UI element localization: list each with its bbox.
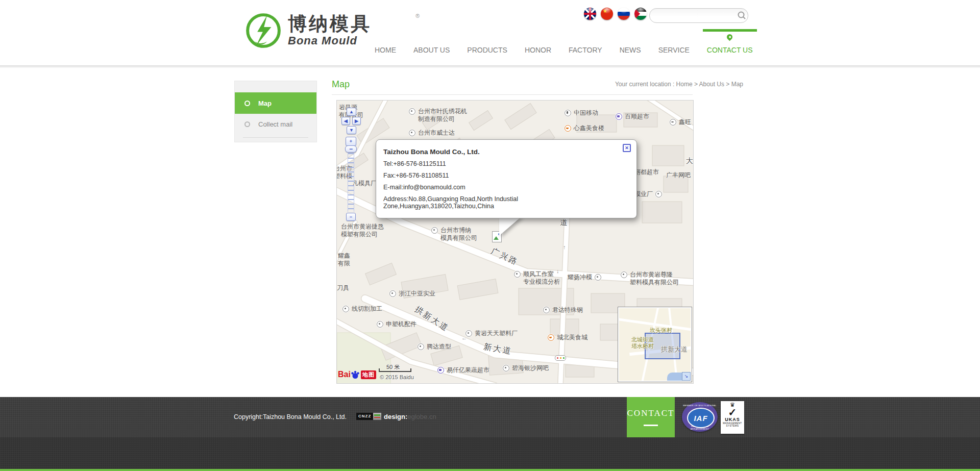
sidebar-item-collect-mail[interactable]: Collect mail <box>235 114 316 134</box>
search-button[interactable] <box>737 11 746 21</box>
breadcrumb-link[interactable]: About Us <box>699 81 724 88</box>
poi-label: 耀鑫有限 <box>338 252 350 267</box>
road-direction-arrow: ↓ <box>556 268 559 274</box>
road-label: 拱新大道 <box>412 304 451 334</box>
food-poi-icon <box>548 334 554 341</box>
pan-left-button[interactable]: ◀ <box>341 117 350 125</box>
nav-item-about-us[interactable]: ABOUT US <box>413 31 450 54</box>
map-poi: 线切割加工 <box>342 305 382 313</box>
cnzz-counter-badge[interactable]: CNZZ <box>356 413 381 420</box>
iaf-inner-oval: IAF <box>687 408 715 428</box>
poi-label: 申塑机配件 <box>386 320 416 328</box>
poi-label: 线切割加工 <box>352 305 382 313</box>
ukas-logo[interactable]: ♛ ✓ UKAS MANAGEMENT SYSTEMS <box>721 401 744 434</box>
poi-label: 凡模具厂 <box>352 180 377 187</box>
breadcrumb-separator: > <box>693 81 699 88</box>
map-poi: 鑫旺 <box>670 118 691 126</box>
cnzz-bars-icon <box>373 413 381 420</box>
pan-down-button[interactable]: ▼ <box>347 126 356 134</box>
nav-item-home[interactable]: HOME <box>375 31 396 54</box>
pan-up-button[interactable]: ▲ <box>347 108 356 116</box>
baidu-paw-icon <box>351 370 360 379</box>
minimap-overview[interactable]: 坎头张村北城街道塔水桥村拱新大道 <box>618 307 692 382</box>
zoom-slider-track[interactable] <box>348 153 354 212</box>
nav-item-honor[interactable]: HONOR <box>525 31 551 54</box>
close-icon[interactable]: ✕ <box>623 144 631 152</box>
ukas-line3: SYSTEMS <box>726 425 739 427</box>
info-window: Taizhou Bona Mould Co., Ltd. Tel:+86-576… <box>376 139 637 218</box>
map-poi: 台州市威士达 <box>409 129 455 137</box>
map-poi: 中国移动 <box>565 109 598 117</box>
bullet-icon <box>244 101 250 106</box>
road-label: 道 <box>560 218 569 228</box>
dot-poi-icon <box>342 306 349 312</box>
map-poi: 耀扬冲模 <box>568 274 601 281</box>
search-box <box>649 8 748 23</box>
search-input[interactable] <box>656 12 737 20</box>
chinese-flag-icon[interactable] <box>601 8 613 20</box>
poi-label: 鑫旺 <box>679 118 691 126</box>
iaf-label: IAF <box>694 414 707 423</box>
map-viewport[interactable]: 岩昌源有限公司台州市叶氏绣花机制造有限公司台州市威士达台州市塑料模凡模具厂台州市… <box>336 100 694 384</box>
footer-contact-button[interactable]: CONTACT <box>627 397 675 437</box>
english-flag-icon[interactable] <box>584 8 596 20</box>
zoom-in-button[interactable]: + <box>346 137 356 146</box>
dot-poi-icon <box>514 271 521 278</box>
iaf-logo[interactable]: MEMBER OF MULTILATERAL RECOGNITION ARRAN… <box>682 402 718 432</box>
sidebar-items: MapCollect mail <box>235 92 316 134</box>
poi-label: 腾达造型 <box>427 343 451 351</box>
nav-item-news[interactable]: NEWS <box>620 31 641 54</box>
nav-item-factory[interactable]: FACTORY <box>569 31 602 54</box>
design-link[interactable]: eglobe.cn <box>407 413 436 420</box>
logo-text: 博纳模具 Bona Mould ® <box>288 14 372 47</box>
zoom-out-button[interactable]: − <box>346 213 356 221</box>
nav-item-contact-us[interactable]: CONTACT US <box>707 31 753 54</box>
breadcrumb-link[interactable]: Home <box>676 81 693 88</box>
map-poi: 浙江中亚实业 <box>389 290 435 298</box>
nav-item-label: HOME <box>375 46 396 54</box>
baidu-logo-text: Bai <box>338 370 351 379</box>
arabic-flag-icon[interactable] <box>634 8 647 20</box>
map-poi: 刀具 <box>337 284 349 292</box>
poi-label: 刀具 <box>337 284 349 292</box>
map-poi: 黄岩天天塑料厂 <box>465 330 518 337</box>
zoom-slider-minus-button[interactable]: − <box>345 145 357 153</box>
registered-mark: ® <box>415 13 420 19</box>
info-window-line: Address:No.88,Guangxing Road,North Indus… <box>383 195 629 210</box>
dot-poi-icon <box>409 130 415 136</box>
food-poi-icon <box>565 125 571 132</box>
poi-label: 广丰网吧 <box>666 171 691 179</box>
russian-flag-icon[interactable] <box>618 8 630 20</box>
bullet-icon <box>244 121 250 127</box>
pan-right-button[interactable]: ▶ <box>352 117 361 125</box>
language-switcher <box>584 8 647 20</box>
hotel-poi-icon <box>670 119 676 126</box>
map-poi: 模业厂 <box>634 190 662 198</box>
nav-item-service[interactable]: SERVICE <box>658 31 690 54</box>
nav-item-label: PRODUCTS <box>467 46 507 54</box>
minimap-label: 塔水桥村 <box>631 342 654 350</box>
footer-sub-band <box>0 437 980 469</box>
logo-chinese-name: 博纳模具 <box>288 14 372 34</box>
nav-item-label: CONTACT US <box>707 46 753 54</box>
sidebar-divider <box>243 137 308 138</box>
sidebar-item-map[interactable]: Map <box>235 92 316 114</box>
logo-english-name: Bona Mould <box>288 34 372 47</box>
map-poi: 耀鑫有限 <box>338 252 350 267</box>
map-poi: 顺风工作室专业模流分析 <box>514 270 560 286</box>
breadcrumb-separator: > <box>724 81 731 88</box>
logo-icon <box>244 11 283 50</box>
company-logo[interactable]: 博纳模具 Bona Mould ® <box>244 11 372 50</box>
page: 博纳模具 Bona Mould ® HOMEABOUT USPRODUCTSHO… <box>0 0 980 471</box>
dot-poi-icon <box>377 321 383 328</box>
footer-green-bar <box>0 469 980 471</box>
nav-item-products[interactable]: PRODUCTS <box>467 31 507 54</box>
dot-poi-icon <box>655 191 662 197</box>
poi-label: 台州市叶氏绣花机制造有限公司 <box>418 108 467 123</box>
map-poi: 易仟亿果蔬超市 <box>437 366 489 374</box>
minimap-collapse-button[interactable] <box>682 372 691 381</box>
map-attribution: © 2015 Baidu <box>380 374 414 380</box>
checkmark-icon: ✓ <box>728 408 737 417</box>
baidu-logo[interactable]: Bai 地图 <box>338 370 376 379</box>
map-poi: 城北美食城 <box>548 334 587 341</box>
